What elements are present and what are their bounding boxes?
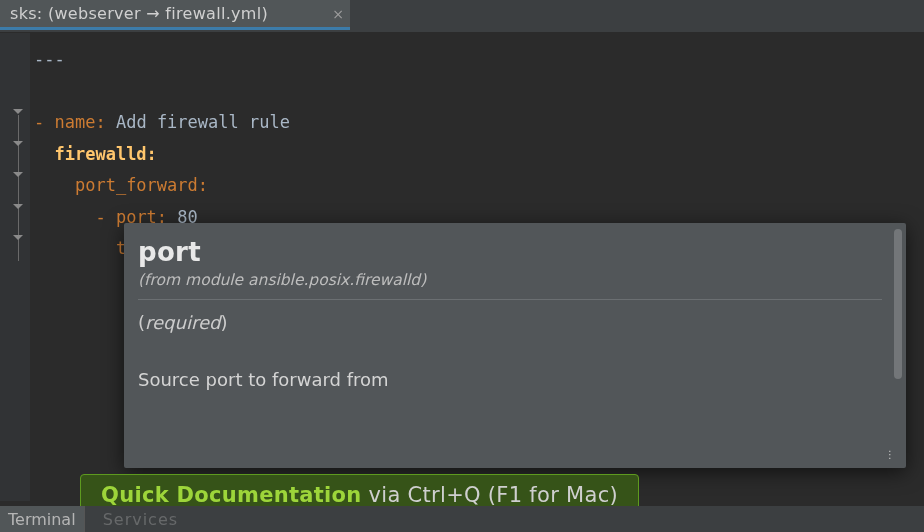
ide-root: { "tab": { "title": "sks: (webserver → f… <box>0 0 924 532</box>
quick-doc-popup[interactable]: port (from module ansible.posix.firewall… <box>124 223 906 468</box>
divider <box>138 299 882 300</box>
close-icon[interactable]: × <box>326 6 350 22</box>
doc-source: (from module ansible.posix.firewalld) <box>138 271 882 289</box>
tool-services[interactable]: Services <box>85 510 178 529</box>
hint-banner-title: Quick Documentation <box>101 483 362 507</box>
more-icon[interactable]: ⋮ <box>885 449 896 460</box>
code-line: - name: Add firewall rule <box>34 107 290 139</box>
code-line: firewalld: <box>34 139 290 171</box>
editor-tab[interactable]: sks: (webserver → firewall.yml) × <box>0 0 350 30</box>
tab-bar: sks: (webserver → firewall.yml) × <box>0 0 924 32</box>
code-line <box>34 76 290 108</box>
code-line: --- <box>34 44 290 76</box>
quick-doc-content: port (from module ansible.posix.firewall… <box>138 237 882 454</box>
doc-required: (required) <box>138 312 882 333</box>
doc-title: port <box>138 237 882 267</box>
tool-terminal[interactable]: Terminal <box>0 506 85 532</box>
fold-guide <box>18 241 19 261</box>
hint-banner-text: via Ctrl+Q (F1 for Mac) <box>362 483 618 507</box>
code-line: port_forward: <box>34 170 290 202</box>
bottom-toolbar: Terminal Services <box>0 506 924 532</box>
editor-tab-title: sks: (webserver → firewall.yml) <box>0 4 326 23</box>
scrollbar[interactable] <box>894 229 902 379</box>
doc-description: Source port to forward from <box>138 369 882 390</box>
gutter[interactable] <box>0 33 30 501</box>
